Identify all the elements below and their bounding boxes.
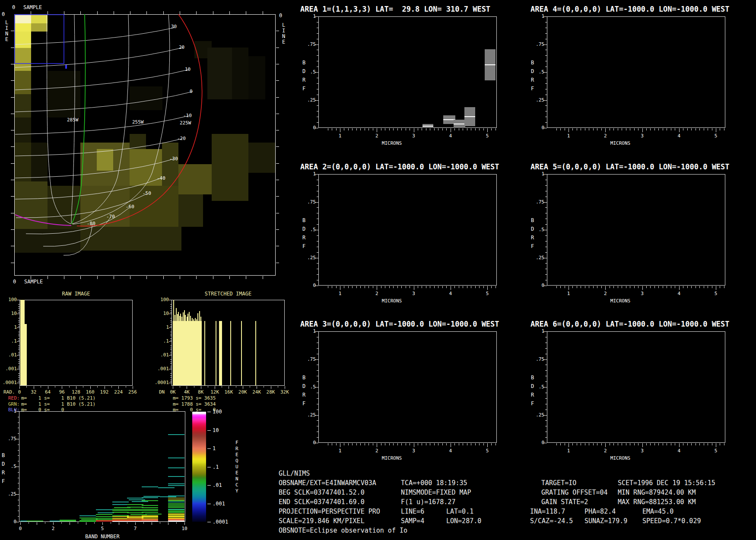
info-text-segment: EMA=45.0 — [642, 508, 673, 515]
info-text-segment: END SCLK=03747401.69.0 — [279, 499, 365, 505]
info-text-segment: OBSNOTE=Eclipse observation of Io — [279, 527, 407, 534]
info-text-segment: PHA=82.4 — [584, 508, 616, 515]
info-text-segment: F(1 u)=1678.27 — [401, 499, 455, 505]
info-text-segment: LAT=0.1 — [446, 508, 473, 515]
info-text-segment: NIMSMODE=FIXED MAP — [401, 489, 471, 496]
info-text-segment: GRATING OFFSET=04 — [541, 489, 608, 496]
info-text-segment: MAX RNG=881253.00 KM — [618, 499, 696, 505]
nims-display-screen: 3020100-10-20-30-40-50-60-70-80285W255W2… — [0, 0, 756, 540]
info-text-segment: S/CAZ=-24.5 — [530, 518, 573, 524]
info-text-segment: INA=118.7 — [530, 508, 565, 515]
info-text-segment: SCET=1996 DEC 19 15:56:15 — [618, 480, 715, 486]
info-text-segment: LINE=6 — [401, 508, 424, 515]
info-text-segment: BEG SCLK=03747401.52.0 — [279, 489, 365, 496]
observation-info-block: GLL/NIMSOBSNAME/EXT=E4INWARMCV03ATCA=+00… — [0, 0, 756, 540]
info-text-segment: SPEED=0.7*0.029 — [642, 518, 701, 524]
info-text-segment: TARGET=IO — [541, 480, 576, 486]
info-text-segment: SUNAZ=179.9 — [584, 518, 627, 524]
info-text-segment: PROJECTION=PERSPECTIVE PRO — [279, 508, 380, 515]
info-text-segment: SAMP=4 — [401, 518, 424, 524]
info-text-segment: LON=287.0 — [446, 518, 481, 524]
info-text-segment: GLL/NIMS — [279, 470, 310, 477]
info-text-segment: MIN RNG=879424.00 KM — [618, 489, 696, 496]
info-text-segment: TCA=+000 18:19:35 — [401, 480, 467, 486]
info-text-segment: GAIN STATE=2 — [541, 499, 588, 505]
info-text-segment: OBSNAME/EXT=E4INWARMCV03A — [279, 480, 376, 486]
info-text-segment: SCALE=219.846 KM/PIXEL — [279, 518, 365, 524]
